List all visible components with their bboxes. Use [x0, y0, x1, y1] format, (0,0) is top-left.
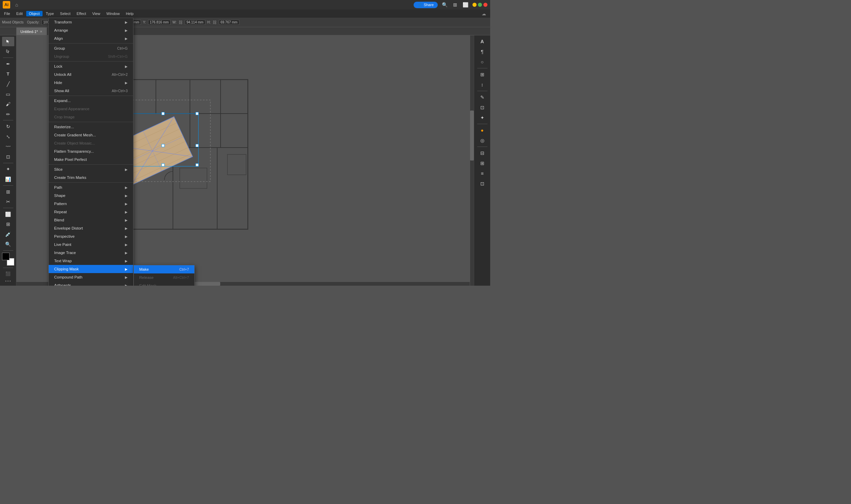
line-tool[interactable]: ╱ — [2, 79, 14, 89]
rotate-tool[interactable]: ↻ — [2, 122, 14, 131]
menu-item-align[interactable]: Align ▶ — [49, 34, 133, 43]
eyedropper-tool[interactable]: 💉 — [2, 230, 14, 239]
menu-item-compound-path[interactable]: Compound Path ▶ — [49, 273, 133, 281]
menu-item-group[interactable]: Group Ctrl+G — [49, 44, 133, 52]
menu-file[interactable]: File — [1, 11, 13, 16]
pathfinder-panel-icon[interactable]: ⊟ — [476, 148, 488, 158]
app-logo: Ai — [3, 1, 10, 9]
mesh-tool[interactable]: ⊞ — [2, 219, 14, 229]
menu-item-transform[interactable]: Transform ▶ — [49, 18, 133, 26]
h-value[interactable]: 69.767 mm — [219, 20, 239, 25]
menu-item-perspective[interactable]: Perspective ▶ — [49, 232, 133, 240]
arrange-panels-button[interactable]: ⊞ — [452, 1, 459, 8]
menu-item-lock[interactable]: Lock ▶ — [49, 62, 133, 70]
menu-effect[interactable]: Effect — [74, 11, 89, 16]
menu-item-hide[interactable]: Hide ▶ — [49, 79, 133, 87]
menu-item-rasterize[interactable]: Rasterize... — [49, 123, 133, 131]
menu-select[interactable]: Select — [57, 11, 73, 16]
artboard-tool[interactable]: ⊞ — [2, 187, 14, 197]
menu-item-pattern[interactable]: Pattern ▶ — [49, 200, 133, 208]
menu-item-slice[interactable]: Slice ▶ — [49, 165, 133, 173]
menu-item-make-pixel-perfect[interactable]: Make Pixel Perfect — [49, 155, 133, 164]
brush-panel-icon[interactable]: ✎ — [476, 93, 488, 102]
artboards-panel-icon[interactable]: ↕ — [476, 80, 488, 89]
character-panel-icon[interactable]: ⊡ — [476, 179, 488, 188]
menu-item-artboards[interactable]: Artboards ▶ — [49, 281, 133, 286]
menu-item-path[interactable]: Path ▶ — [49, 183, 133, 191]
color-panel-icon[interactable]: ● — [476, 125, 488, 135]
properties-panel-icon[interactable]: ¶ — [476, 47, 488, 56]
y-value[interactable]: 176.816 mm — [148, 20, 171, 25]
tool-separator-3 — [3, 163, 13, 163]
rect-tool[interactable]: ▭ — [2, 89, 14, 99]
layers-panel-icon[interactable]: ⊞ — [476, 70, 488, 79]
menu-help[interactable]: Help — [123, 11, 137, 16]
selection-tool[interactable] — [2, 37, 14, 46]
menu-item-blend[interactable]: Blend ▶ — [49, 216, 133, 224]
submenu-item-make[interactable]: Make Ctrl+7 — [134, 265, 194, 273]
gradient-tool[interactable]: ⬜ — [2, 209, 14, 219]
menu-item-show-all[interactable]: Show All Alt+Ctrl+3 — [49, 87, 133, 95]
menu-item-live-paint[interactable]: Live Paint ▶ — [49, 240, 133, 249]
slice-tool[interactable]: ✂ — [2, 197, 14, 206]
menu-item-envelope-distort[interactable]: Envelope Distort ▶ — [49, 224, 133, 232]
vertical-scroll-thumb[interactable] — [470, 111, 474, 161]
minimize-button[interactable] — [472, 3, 477, 7]
symbols-panel-icon[interactable]: ✦ — [476, 113, 488, 122]
free-transform-tool[interactable]: ⊡ — [2, 152, 14, 162]
menu-item-clipping-mask[interactable]: Clipping Mask ▶ — [49, 265, 133, 273]
menu-item-create-gradient-mesh[interactable]: Create Gradient Mesh... — [49, 131, 133, 139]
w-value[interactable]: 94.114 mm — [185, 20, 205, 25]
menu-edit[interactable]: Edit — [14, 11, 26, 16]
menu-type[interactable]: Type — [43, 11, 57, 16]
menu-item-shape[interactable]: Shape ▶ — [49, 191, 133, 200]
warp-tool[interactable]: 〰 — [2, 142, 14, 152]
menu-item-image-trace[interactable]: Image Trace ▶ — [49, 249, 133, 257]
swatches-panel-icon[interactable]: ⊡ — [476, 103, 488, 112]
pen-tool[interactable]: ✒ — [2, 59, 14, 69]
paintbrush-tool[interactable]: 🖌 — [2, 99, 14, 109]
close-button[interactable] — [483, 3, 487, 7]
arrange-panels-button2[interactable]: ⬜ — [461, 1, 470, 8]
toolbar-more[interactable]: • • • — [5, 279, 11, 284]
share-button[interactable]: 👤 Share — [414, 2, 438, 8]
doc-tab-active[interactable]: Untitled-1* ✕ — [16, 28, 47, 35]
menu-item-unlock-all[interactable]: Unlock All Alt+Ctrl+2 — [49, 70, 133, 79]
type-tool[interactable]: T — [2, 69, 14, 79]
scale-tool[interactable]: ⤡ — [2, 132, 14, 141]
doc-tab-close[interactable]: ✕ — [40, 30, 43, 33]
arrow-icon: ▶ — [125, 275, 128, 279]
mixed-objects-label: Mixed Objects — [2, 20, 23, 24]
arrow-icon: ▶ — [125, 284, 128, 286]
align-panel-icon[interactable]: ≡ — [476, 169, 488, 178]
appearance-panel-icon[interactable]: ○ — [476, 57, 488, 67]
change-screen-mode[interactable]: ⬛ — [2, 269, 14, 279]
zoom-tool[interactable]: 🔍 — [2, 240, 14, 249]
doc-tab-title: Untitled-1* — [20, 30, 38, 34]
menu-item-arrange[interactable]: Arrange ▶ — [49, 26, 133, 34]
color-swatches[interactable] — [2, 253, 14, 265]
search-button[interactable]: 🔍 — [440, 1, 449, 8]
direct-select-tool[interactable] — [2, 47, 14, 56]
maximize-button[interactable] — [478, 3, 482, 7]
menu-item-create-trim-marks[interactable]: Create Trim Marks — [49, 173, 133, 182]
column-graph-tool[interactable]: 📊 — [2, 174, 14, 184]
menu-view[interactable]: View — [90, 11, 103, 16]
menu-window[interactable]: Window — [104, 11, 123, 16]
menu-item-expand[interactable]: Expand... — [49, 97, 133, 105]
symbol-tool[interactable]: ✦ — [2, 165, 14, 174]
libraries-panel-icon[interactable]: A — [476, 37, 488, 46]
menu-item-text-wrap[interactable]: Text Wrap ▶ — [49, 257, 133, 265]
foreground-color-swatch[interactable] — [2, 253, 10, 260]
title-bar-left: Ai ⌂ — [3, 1, 20, 9]
pencil-tool[interactable]: ✏ — [2, 110, 14, 119]
menu-item-repeat[interactable]: Repeat ▶ — [49, 208, 133, 216]
colorguide-panel-icon[interactable]: ◎ — [476, 136, 488, 145]
transform-panel-icon[interactable]: ⊞ — [476, 158, 488, 168]
menu-item-crop-image: Crop Image — [49, 113, 133, 121]
menu-item-flatten-transparency[interactable]: Flatten Transparency... — [49, 147, 133, 155]
menu-object[interactable]: Object — [26, 11, 43, 16]
vertical-scrollbar[interactable] — [470, 35, 474, 286]
home-button[interactable]: ⌂ — [13, 1, 20, 9]
submenu-item-release: Release Alt+Ctrl+7 — [134, 273, 194, 282]
